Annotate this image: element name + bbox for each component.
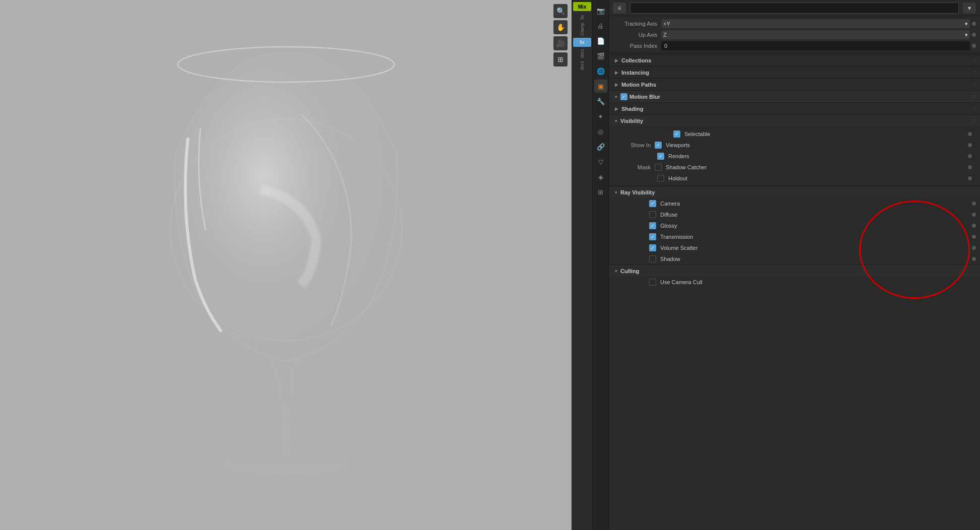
panel-options-button[interactable]: ▾ — [963, 3, 976, 14]
holdout-checkbox[interactable] — [657, 175, 664, 182]
grid-view-icon[interactable]: ⊞ — [553, 52, 568, 67]
panel-search-input[interactable] — [630, 3, 959, 14]
renders-checkbox[interactable] — [657, 153, 664, 160]
holdout-row: Holdout — [613, 173, 976, 184]
strip-label-dor1: dor1 — [580, 49, 585, 58]
instancing-handle: ⠿ — [972, 71, 976, 74]
shadow-catcher-dot[interactable] — [968, 165, 972, 169]
strip-label-fix: fix — [580, 15, 585, 20]
world-icon[interactable]: 🌐 — [594, 64, 607, 78]
material-icon[interactable]: ◈ — [594, 170, 607, 183]
tracking-axis-select[interactable]: +Y ▾ — [661, 19, 970, 28]
motion-blur-section-header[interactable]: ▾ Motion Blur ⠿ — [609, 90, 980, 102]
view-layer-icon[interactable]: 📄 — [594, 34, 607, 47]
selectable-checkbox[interactable] — [673, 130, 680, 138]
object-icon[interactable]: ▣ — [594, 80, 607, 93]
glossy-dot[interactable] — [972, 224, 976, 228]
shading-title: Shading — [621, 106, 643, 112]
glossy-label: Glossy — [660, 223, 677, 229]
use-camera-cull-checkbox[interactable] — [649, 279, 656, 286]
tracking-axis-dot[interactable] — [972, 22, 976, 26]
tracking-axis-row: Tracking Axis +Y ▾ — [609, 18, 980, 29]
camera-checkbox[interactable] — [649, 200, 656, 207]
motion-paths-title: Motion Paths — [621, 82, 656, 88]
ray-visibility-content: Camera Diffuse Glossy — [609, 198, 980, 264]
pass-index-dot[interactable] — [972, 44, 976, 48]
strip-fix-highlight[interactable]: fix — [573, 38, 591, 47]
motion-paths-arrow: ▶ — [615, 82, 618, 87]
transmission-checkbox[interactable] — [649, 233, 656, 240]
visibility-title: Visibility — [620, 118, 643, 124]
hand-icon[interactable]: ✋ — [553, 20, 568, 34]
collections-section-header[interactable]: ▶ Collections ⠿ — [609, 54, 980, 66]
motion-blur-checkbox[interactable] — [620, 93, 627, 100]
shadow-dot[interactable] — [972, 257, 976, 261]
diffuse-row: Diffuse — [609, 209, 980, 220]
pass-index-input[interactable]: 0 — [661, 41, 970, 50]
grid-icon[interactable]: ⊞ — [594, 185, 607, 198]
modifier-icon[interactable]: 🔧 — [594, 95, 607, 108]
viewports-dot[interactable] — [968, 143, 972, 147]
up-axis-select[interactable]: Z ▾ — [661, 30, 970, 39]
motion-blur-handle: ⠿ — [972, 95, 976, 98]
up-axis-dot[interactable] — [972, 33, 976, 37]
properties-panel: ≡ ▾ Tracking Axis +Y ▾ Up Axis Z ▾ — [609, 0, 980, 530]
culling-arrow: ▾ — [615, 269, 617, 274]
output-icon[interactable]: 🖨 — [594, 19, 607, 32]
shadow-checkbox[interactable] — [649, 255, 656, 262]
volume-scatter-label: Volume Scatter — [660, 245, 698, 251]
panel-content: Tracking Axis +Y ▾ Up Axis Z ▾ Pass Inde… — [609, 16, 980, 530]
diffuse-checkbox[interactable] — [649, 211, 656, 218]
shading-section-header[interactable]: ▶ Shading ⠿ — [609, 102, 980, 114]
renders-dot[interactable] — [968, 154, 972, 158]
physics-icon[interactable]: ◎ — [594, 125, 607, 138]
render-icon[interactable]: 📷 — [594, 4, 607, 17]
shadow-catcher-checkbox[interactable] — [655, 164, 662, 171]
motion-blur-arrow: ▾ — [615, 94, 617, 99]
holdout-label: Holdout — [668, 175, 687, 181]
middle-strip: Mix fix Clamp fix dor1 dor2 — [572, 0, 593, 530]
instancing-title: Instancing — [621, 70, 649, 76]
holdout-dot[interactable] — [968, 176, 972, 180]
shadow-label: Shadow — [660, 256, 680, 262]
renders-label: Renders — [668, 153, 689, 159]
transmission-row: Transmission — [609, 231, 980, 242]
scene-icon[interactable]: 🎬 — [594, 49, 607, 62]
viewports-label: Viewports — [666, 142, 690, 148]
shadow-catcher-label: Shadow Catcher — [666, 164, 707, 170]
constraints-icon[interactable]: 🔗 — [594, 140, 607, 153]
instancing-section-header[interactable]: ▶ Instancing ⠿ — [609, 66, 980, 78]
motion-paths-handle: ⠿ — [972, 83, 976, 86]
particles-icon[interactable]: ✦ — [594, 110, 607, 123]
show-in-viewports-row: Show In Viewports — [613, 140, 976, 151]
motion-paths-section-header[interactable]: ▶ Motion Paths ⠿ — [609, 78, 980, 90]
shadow-row: Shadow — [609, 253, 980, 264]
side-icons-bar: 📷 🖨 📄 🎬 🌐 ▣ 🔧 ✦ ◎ 🔗 ▽ ◈ ⊞ — [593, 0, 609, 530]
culling-section-header[interactable]: ▾ Culling — [609, 264, 980, 277]
transmission-label: Transmission — [660, 234, 693, 240]
mix-button[interactable]: Mix — [573, 2, 591, 11]
panel-menu-button[interactable]: ≡ — [613, 3, 626, 14]
transmission-dot[interactable] — [972, 235, 976, 239]
visibility-content: Selectable Show In Viewports Renders — [609, 126, 980, 186]
camera-dot[interactable] — [972, 202, 976, 206]
ray-visibility-arrow: ▾ — [615, 190, 617, 195]
volume-scatter-dot[interactable] — [972, 246, 976, 250]
camera-icon[interactable]: 🎥 — [553, 36, 568, 50]
show-in-label: Show In — [623, 142, 651, 148]
mask-label: Mask — [623, 164, 651, 170]
glossy-checkbox[interactable] — [649, 222, 656, 229]
diffuse-dot[interactable] — [972, 213, 976, 217]
viewport[interactable]: 🔍 ✋ 🎥 ⊞ — [0, 0, 572, 530]
visibility-section-header[interactable]: ▾ Visibility ⠿ — [609, 114, 980, 126]
viewports-checkbox[interactable] — [655, 142, 662, 149]
ray-visibility-section-header[interactable]: ▾ Ray Visibility — [609, 186, 980, 198]
instancing-arrow: ▶ — [615, 70, 618, 75]
data-icon[interactable]: ▽ — [594, 155, 607, 168]
motion-blur-title: Motion Blur — [629, 94, 660, 100]
zoom-icon[interactable]: 🔍 — [553, 4, 568, 18]
selectable-row: Selectable — [613, 128, 976, 140]
volume-scatter-checkbox[interactable] — [649, 244, 656, 251]
selectable-dot[interactable] — [968, 132, 972, 136]
viewport-toolbar: 🔍 ✋ 🎥 ⊞ — [553, 4, 568, 67]
